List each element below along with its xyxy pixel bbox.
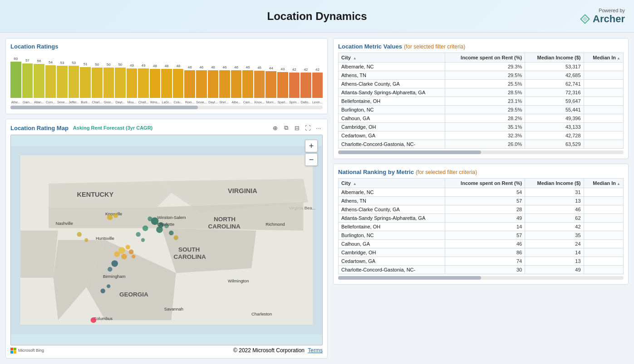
income-rent-cell: 28.2%: [445, 114, 525, 123]
table-row[interactable]: Albemarle, NC 29.3% 53,317: [339, 63, 624, 71]
national-ranking-table-wrapper[interactable]: City ▲ Income spent on Rent (%) Median I…: [338, 178, 624, 274]
bar-city-label: Albe...: [231, 101, 242, 104]
bar-rect[interactable]: [208, 70, 219, 98]
bar-rect[interactable]: [184, 70, 195, 98]
svg-point-27: [169, 231, 173, 235]
bar-rect[interactable]: [161, 69, 172, 98]
bar-rect[interactable]: [289, 73, 300, 98]
table-row[interactable]: Atlanta-Sandy Springs-Alpharetta, GA 49 …: [339, 214, 624, 223]
bar-rect[interactable]: [22, 63, 33, 98]
col-income-rent-metric[interactable]: Income spent on Rent (%): [445, 53, 525, 63]
bar-rect[interactable]: [45, 65, 56, 98]
table-row[interactable]: Cambridge, OH 86 14: [339, 248, 624, 257]
map-copy-icon[interactable]: ⧉: [282, 124, 290, 132]
bar-rect[interactable]: [57, 66, 68, 98]
bar-rect[interactable]: [69, 66, 79, 98]
bar-rect[interactable]: [92, 68, 103, 98]
col-city-metric[interactable]: City ▲: [339, 53, 445, 63]
table-row[interactable]: Athens, TN 29.5% 42,685: [339, 71, 624, 80]
table-row[interactable]: Athens-Clarke County, GA 28 46: [339, 205, 624, 214]
table-row[interactable]: Athens-Clarke County, GA 25.5% 62,741: [339, 80, 624, 88]
bar-rect[interactable]: [254, 71, 265, 98]
table-row[interactable]: Calhoun, GA 46 24: [339, 240, 624, 248]
bar-col: 42: [312, 68, 323, 98]
national-ranking-scrollbar-thumb[interactable]: [338, 276, 481, 280]
bar-rect[interactable]: [103, 68, 114, 98]
bar-rect[interactable]: [34, 64, 44, 98]
map-zoom-controls: + −: [305, 140, 318, 166]
bar-rect[interactable]: [150, 69, 161, 98]
table-row[interactable]: Charlotte-Concord-Gastonia, NC- 26.0% 63…: [339, 140, 624, 149]
national-ranking-table: City ▲ Income spent on Rent (%) Median I…: [338, 178, 624, 274]
metric-values-header: Location Metric Values (for selected fil…: [338, 43, 624, 50]
bar-rect[interactable]: [312, 73, 323, 98]
zoom-out-button[interactable]: −: [305, 153, 318, 166]
col-median-income-metric[interactable]: Median Income ($): [525, 53, 584, 63]
bar-rect[interactable]: [196, 70, 207, 98]
bar-col: 51: [80, 62, 91, 98]
table-row[interactable]: Charlotte-Concord-Gastonia, NC- 30 49: [339, 266, 624, 274]
col-city-rank[interactable]: City ▲: [339, 179, 445, 188]
map-filter-icon[interactable]: ⊟: [293, 124, 301, 132]
table-row[interactable]: Burlington, NC 57 35: [339, 231, 624, 240]
bar-city-label: Jeffer...: [69, 101, 79, 104]
income-rent-cell: 74: [445, 257, 525, 266]
map-more-icon[interactable]: ···: [315, 124, 323, 132]
income-rent-cell: 35.1%: [445, 123, 525, 131]
table-row[interactable]: Bellefontaine, OH 14 42: [339, 223, 624, 231]
sort-arrow-city-metric: ▲: [353, 56, 357, 60]
bar-rect[interactable]: [80, 67, 91, 98]
bar-value-label: 50: [118, 63, 122, 67]
col-median-in-metric[interactable]: Median In▲: [584, 53, 623, 63]
map-expand-icon[interactable]: ⛶: [304, 124, 312, 132]
bar-city-label: Dalto...: [300, 101, 311, 104]
bar-col: 48: [150, 64, 161, 98]
bar-value-label: 53: [72, 61, 76, 65]
median-income-cell: 14: [525, 248, 584, 257]
col-median-in-rank[interactable]: Median In▲: [584, 179, 623, 188]
terms-link[interactable]: Terms: [308, 347, 323, 354]
table-row[interactable]: Cambridge, OH 35.1% 43,133: [339, 123, 624, 131]
table-row[interactable]: Athens, TN 57 13: [339, 197, 624, 205]
archer-logo: Archer: [580, 13, 625, 25]
bar-value-label: 46: [234, 65, 238, 69]
map-pin-icon[interactable]: ⊕: [271, 124, 279, 132]
bar-rect[interactable]: [231, 70, 242, 98]
table-row[interactable]: Bellefontaine, OH 23.1% 59,647: [339, 97, 624, 106]
metric-values-table-wrapper[interactable]: City ▲ Income spent on Rent (%) Median I…: [338, 53, 624, 149]
income-rent-cell: 54: [445, 188, 525, 197]
table-row[interactable]: Burlington, NC 29.5% 55,441: [339, 106, 624, 114]
metric-values-scrollbar-thumb[interactable]: [338, 150, 481, 154]
bar-rect[interactable]: [10, 62, 21, 98]
bar-col: 46: [184, 65, 195, 98]
metric-values-scrollbar[interactable]: [338, 150, 624, 154]
bar-chart-scrollbar[interactable]: [10, 106, 323, 109]
bar-chart-scrollbar-thumb[interactable]: [10, 106, 198, 109]
table-row[interactable]: Atlanta-Sandy Springs-Alpharetta, GA 28.…: [339, 88, 624, 97]
zoom-in-button[interactable]: +: [305, 140, 318, 152]
income-rent-cell: 46: [445, 240, 525, 248]
map-body[interactable]: KENTUCKY VIRGINIA Virginia Bea... NORTH …: [10, 135, 323, 345]
bar-rect[interactable]: [115, 68, 126, 98]
bar-rect[interactable]: [300, 73, 311, 98]
bar-col: 56: [34, 59, 44, 98]
col-median-income-rank[interactable]: Median Income ($): [525, 179, 584, 188]
national-ranking-scrollbar[interactable]: [338, 276, 624, 280]
bar-rect[interactable]: [265, 71, 276, 98]
bar-city-label: Dayt...: [115, 101, 126, 104]
median-income-cell: 55,441: [525, 106, 584, 114]
col-income-rent-rank[interactable]: Income spent on Rent (%): [445, 179, 525, 188]
table-row[interactable]: Calhoun, GA 28.2% 49,396: [339, 114, 624, 123]
income-rent-cell: 86: [445, 248, 525, 257]
table-row[interactable]: Albemarle, NC 54 31: [339, 188, 624, 197]
bar-rect[interactable]: [277, 72, 288, 98]
bar-col: 44: [265, 66, 276, 98]
bar-rect[interactable]: [127, 68, 138, 98]
bar-rect[interactable]: [138, 68, 149, 98]
bar-rect[interactable]: [242, 70, 253, 98]
table-row[interactable]: Cedartown, GA 74 13: [339, 257, 624, 266]
bar-value-label: 57: [25, 58, 29, 63]
bar-rect[interactable]: [173, 69, 184, 98]
table-row[interactable]: Cedartown, GA 32.3% 42,728: [339, 131, 624, 140]
bar-rect[interactable]: [219, 70, 230, 98]
